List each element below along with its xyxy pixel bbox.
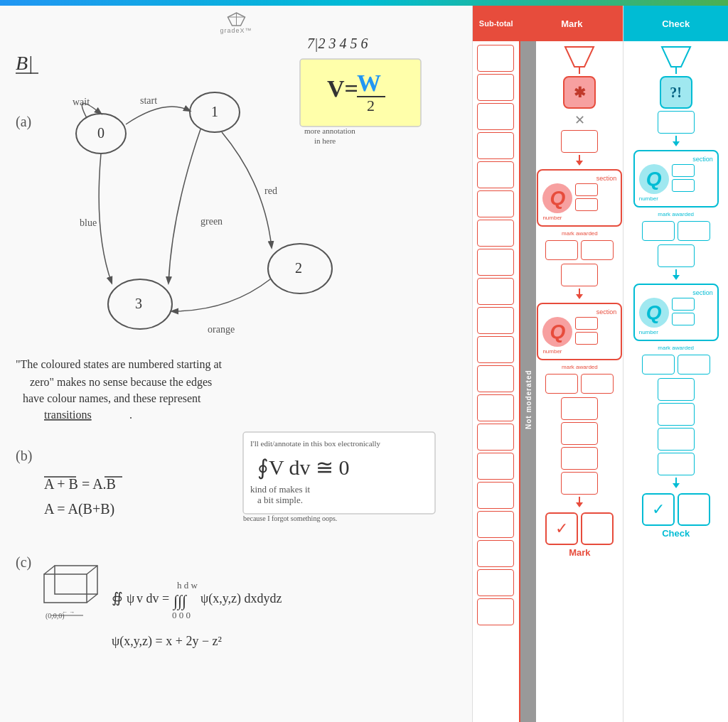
svg-text:"The coloured states are numbe: "The coloured states are numbered starti… <box>16 358 223 371</box>
subtotal-cell[interactable] <box>477 132 514 159</box>
mark-awarded-cell-1a[interactable] <box>545 240 578 260</box>
svg-text:I'll edit/annotate in this box: I'll edit/annotate in this box electroni… <box>250 439 381 448</box>
subtotal-cell[interactable] <box>477 540 514 567</box>
check-info-box: ?! <box>660 76 692 109</box>
check-awarded-label-2: mark awarded <box>658 345 694 351</box>
check-mini-cell-2b[interactable] <box>672 313 695 325</box>
subtotal-cell[interactable] <box>477 307 514 334</box>
mini-cell-1a[interactable] <box>575 183 598 196</box>
check-section-right-1 <box>672 164 695 194</box>
subtotal-cell[interactable] <box>477 249 514 276</box>
svg-text:a bit simple.: a bit simple. <box>257 495 303 505</box>
check-small-cell-3[interactable] <box>658 378 695 401</box>
svg-text:0 0 0: 0 0 0 <box>172 610 191 620</box>
mark-connector-2 <box>539 289 620 299</box>
check-spacer-cell-2[interactable] <box>658 244 695 267</box>
check-number-label-2: number <box>639 329 713 335</box>
mark-awarded-cell-1b[interactable] <box>581 240 614 260</box>
subtotal-cell[interactable] <box>477 278 514 305</box>
mark-header: Mark <box>520 6 623 41</box>
check-section-block-2: section Q number <box>633 284 719 341</box>
check-header: Check <box>623 6 728 41</box>
subtotal-cell[interactable] <box>477 74 514 101</box>
section-right-1 <box>575 183 598 213</box>
mark-body-area: Not moderated ✱ ✕ <box>520 41 623 722</box>
subtotal-cell[interactable] <box>477 394 514 421</box>
mark-awarded-cell-2a[interactable] <box>545 374 578 394</box>
svg-text:ψ(x,y,z) = x + 2y − z²: ψ(x,y,z) = x + 2y − z² <box>112 634 222 649</box>
mark-awarded-row-2 <box>539 374 620 394</box>
mark-spacer-cells <box>561 130 598 153</box>
subtotal-label: Sub-total <box>479 19 513 28</box>
mini-cell-2b[interactable] <box>575 332 598 345</box>
svg-text:(b): (b) <box>16 448 32 464</box>
svg-text:v dv =: v dv = <box>136 591 169 605</box>
svg-text:in here: in here <box>314 136 336 145</box>
subtotal-cell[interactable] <box>477 336 514 363</box>
svg-text:7|2 3 4 5 6: 7|2 3 4 5 6 <box>307 36 368 52</box>
check-checkmark-icon: ✓ <box>652 500 665 519</box>
check-checkmark-cell[interactable]: ✓ <box>642 493 675 526</box>
mark-alert-box: ✱ <box>563 76 596 109</box>
check-awarded-area-1: mark awarded <box>626 211 725 242</box>
check-spacer-cell-1[interactable] <box>658 111 695 134</box>
check-empty-cell[interactable] <box>678 493 710 526</box>
mark-empty-cell[interactable] <box>581 512 614 545</box>
q-circle-1: Q <box>542 183 572 213</box>
subtotal-cell[interactable] <box>477 220 514 247</box>
svg-text:W: W <box>357 70 381 96</box>
mini-cell-2a[interactable] <box>575 317 598 330</box>
mark-small-cell-4[interactable] <box>561 447 598 470</box>
not-moderated-bar: Not moderated <box>520 41 536 722</box>
section-label-2: section <box>542 308 616 316</box>
mark-check-cell[interactable]: ✓ <box>545 512 578 545</box>
check-mini-cell-1b[interactable] <box>672 179 695 192</box>
subtotal-cell[interactable] <box>477 45 514 72</box>
funnel-top-mark <box>562 45 597 74</box>
check-section-inner-2: Q <box>639 298 713 328</box>
subtotal-cell[interactable] <box>477 511 514 538</box>
svg-line-48 <box>87 566 97 574</box>
mark-small-cell-5[interactable] <box>561 472 598 495</box>
svg-text:←  →: ← → <box>62 609 75 615</box>
subtotal-cell[interactable] <box>477 365 514 392</box>
check-section-label-2: section <box>639 289 713 296</box>
svg-text:orange: orange <box>208 324 235 335</box>
x-mark-icon: ✕ <box>574 112 585 128</box>
svg-text:because I forgot something oop: because I forgot something oops. <box>243 514 337 522</box>
check-small-cell-5[interactable] <box>658 428 695 451</box>
subtotal-cell[interactable] <box>477 161 514 188</box>
subtotal-cell[interactable] <box>477 453 514 480</box>
mark-small-cell-2[interactable] <box>561 397 598 420</box>
mark-and-notmod-wrapper: Mark Not moderated ✱ <box>520 6 623 722</box>
subtotal-cell[interactable] <box>477 424 514 451</box>
check-awarded-cell-1b[interactable] <box>678 221 710 241</box>
section-inner-2: Q <box>542 317 616 347</box>
subtotal-cell[interactable] <box>477 598 514 625</box>
svg-text:red: red <box>264 185 277 196</box>
right-panel: Sub-total <box>472 6 728 722</box>
mark-connector-bottom <box>539 497 620 507</box>
subtotal-cell[interactable] <box>477 569 514 596</box>
whiteboard-content: 7|2 3 4 5 6 B| (a) 0 1 2 3 wait start <box>0 6 472 722</box>
check-small-cell-4[interactable] <box>658 403 695 426</box>
subtotal-cell[interactable] <box>477 482 514 509</box>
subtotal-cell[interactable] <box>477 190 514 217</box>
svg-text:V=: V= <box>327 75 358 102</box>
check-mini-cell-1a[interactable] <box>672 164 695 177</box>
check-awarded-cell-2b[interactable] <box>678 355 710 375</box>
mini-cell-1b[interactable] <box>575 198 598 211</box>
check-mini-cell-2a[interactable] <box>672 298 695 311</box>
check-label: Check <box>662 18 690 29</box>
mark-spacer-cell[interactable] <box>561 130 598 153</box>
check-awarded-cell-2a[interactable] <box>642 355 675 375</box>
svg-text:(a): (a) <box>16 114 31 130</box>
not-moderated-label: Not moderated <box>525 370 532 429</box>
svg-text:.: . <box>129 409 132 421</box>
check-small-cell-6[interactable] <box>658 453 695 475</box>
mark-small-cell-3[interactable] <box>561 422 598 445</box>
mark-small-cell-1[interactable] <box>561 264 598 286</box>
mark-awarded-cell-2b[interactable] <box>581 374 614 394</box>
subtotal-cell[interactable] <box>477 103 514 130</box>
check-awarded-cell-1a[interactable] <box>642 221 675 241</box>
